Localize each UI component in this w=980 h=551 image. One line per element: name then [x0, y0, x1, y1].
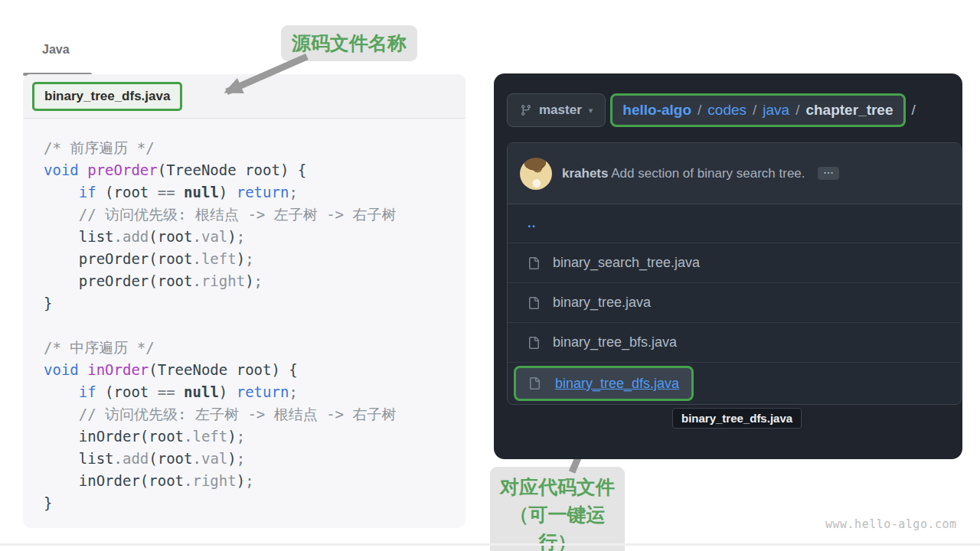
breadcrumb-segment-chapter_tree: chapter_tree	[805, 102, 893, 119]
code-line: // 访问优先级: 左子树 -> 根结点 -> 右子树	[44, 403, 458, 425]
breadcrumb-segment-codes[interactable]: codes	[707, 102, 746, 119]
file-icon	[528, 377, 541, 390]
repo-toolbar: master ▾ hello-algo/codes/java/chapter_t…	[507, 93, 916, 127]
file-row[interactable]: ..	[508, 204, 961, 243]
file-name-link[interactable]: binary_tree_dfs.java	[555, 376, 679, 392]
commit-more-button[interactable]: ⋯	[818, 167, 839, 180]
breadcrumb-trailing-slash: /	[910, 93, 916, 127]
commit-text: krahets Add section of binary search tre…	[562, 166, 839, 181]
code-line: void preOrder(TreeNode root) {	[44, 159, 458, 181]
code-line: inOrder(root.left);	[44, 425, 458, 448]
highlight-box: binary_tree_dfs.java	[514, 366, 694, 401]
page-bottom-divider	[0, 543, 980, 546]
code-line: if (root == null) return;	[44, 381, 458, 403]
breadcrumb-separator: /	[753, 102, 756, 119]
latest-commit-row: krahets Add section of binary search tre…	[508, 143, 961, 204]
file-row[interactable]: binary_tree_dfs.java	[508, 363, 961, 404]
file-row[interactable]: binary_tree.java	[508, 283, 961, 323]
file-name-link[interactable]: binary_search_tree.java	[553, 255, 700, 271]
file-row[interactable]: binary_tree_bfs.java	[508, 323, 961, 363]
avatar[interactable]	[520, 158, 552, 190]
tab-java[interactable]: Java	[42, 43, 70, 57]
file-name-link[interactable]: binary_tree_bfs.java	[553, 334, 677, 350]
code-line	[44, 315, 458, 337]
code-line: }	[44, 492, 458, 514]
annotation-code-file: 对应代码文件 （可一键运行）	[490, 467, 625, 551]
code-line: /* 中序遍历 */	[44, 337, 458, 359]
code-line: // 访问优先级: 根结点 -> 左子树 -> 右子树	[44, 204, 458, 226]
code-line: list.add(root.val);	[44, 448, 458, 470]
link-tooltip: binary_tree_dfs.java	[672, 408, 802, 429]
file-icon	[528, 297, 540, 309]
commit-author-link[interactable]: krahets	[562, 166, 608, 181]
file-icon	[528, 337, 540, 349]
code-line: preOrder(root.left);	[44, 248, 458, 270]
file-name-link[interactable]: binary_tree.java	[553, 295, 651, 311]
commit-message-link[interactable]: Add section of binary search tree.	[611, 166, 805, 181]
file-icon	[528, 257, 540, 269]
code-panel-header: binary_tree_dfs.java	[23, 74, 466, 119]
annotation-code-file-line1: 对应代码文件	[493, 473, 622, 500]
file-browser: krahets Add section of binary search tre…	[507, 142, 962, 405]
breadcrumb-separator: /	[795, 102, 799, 119]
code-line: }	[44, 292, 458, 315]
code-line: void inOrder(TreeNode root) {	[44, 359, 458, 381]
code-block: /* 前序遍历 */void preOrder(TreeNode root) {…	[23, 119, 466, 514]
breadcrumb: hello-algo/codes/java/chapter_tree	[610, 93, 905, 127]
breadcrumb-segment-java[interactable]: java	[763, 102, 789, 119]
annotation-source-filename: 源码文件名称	[281, 25, 417, 61]
source-filename-box: binary_tree_dfs.java	[32, 82, 182, 111]
parent-dir-link[interactable]: ..	[528, 216, 536, 231]
file-list: ..binary_search_tree.javabinary_tree.jav…	[508, 204, 961, 404]
watermark: www.hello-algo.com	[825, 517, 957, 531]
chevron-down-icon: ▾	[589, 106, 593, 116]
code-line: list.add(root.val);	[44, 226, 458, 248]
breadcrumb-separator: /	[697, 102, 701, 119]
branch-name: master	[539, 103, 582, 118]
git-branch-icon	[520, 104, 532, 116]
github-panel: master ▾ hello-algo/codes/java/chapter_t…	[494, 73, 962, 459]
code-line: /* 前序遍历 */	[44, 137, 458, 159]
code-line: inOrder(root.right);	[44, 470, 458, 492]
code-panel: binary_tree_dfs.java /* 前序遍历 */void preO…	[23, 74, 466, 528]
file-row[interactable]: binary_search_tree.java	[508, 243, 961, 283]
code-line: preOrder(root.right);	[44, 270, 458, 292]
code-line: if (root == null) return;	[44, 181, 458, 204]
breadcrumb-segment-hello-algo[interactable]: hello-algo	[622, 102, 691, 119]
branch-selector-button[interactable]: master ▾	[507, 93, 606, 127]
